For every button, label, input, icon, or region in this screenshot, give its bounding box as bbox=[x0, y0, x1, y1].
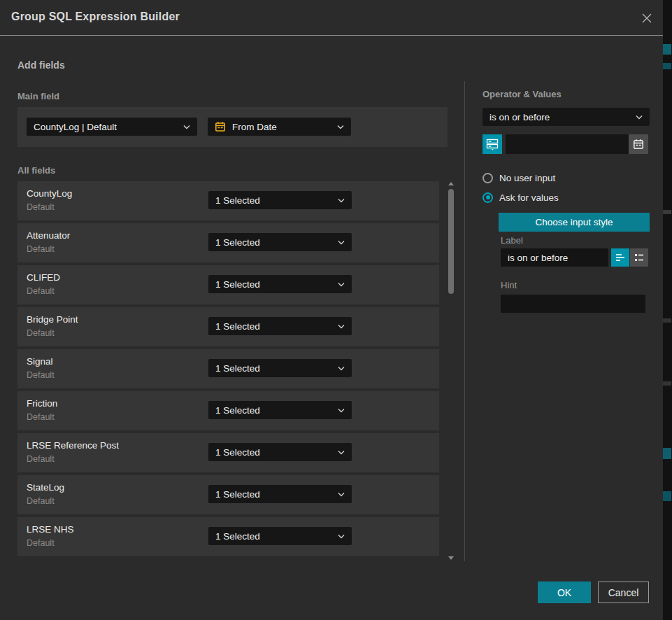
field-selection-dropdown[interactable]: 1 Selected bbox=[208, 401, 352, 419]
main-field-heading: Main field bbox=[17, 91, 59, 101]
fields-list-scrollbar[interactable] bbox=[448, 181, 455, 561]
field-selection-value: 1 Selected bbox=[215, 489, 260, 500]
panel-divider bbox=[464, 81, 465, 561]
radio-selected-icon bbox=[482, 192, 493, 203]
unique-values-button[interactable] bbox=[482, 134, 502, 154]
field-default-label: Default bbox=[27, 496, 55, 506]
main-date-field-dropdown[interactable]: From Date bbox=[208, 118, 351, 136]
field-selection-value: 1 Selected bbox=[215, 195, 260, 206]
field-name: CountyLog bbox=[27, 188, 72, 199]
calendar-icon bbox=[215, 121, 226, 132]
dialog-header: Group SQL Expression Builder bbox=[0, 0, 663, 36]
field-selection-dropdown[interactable]: 1 Selected bbox=[208, 359, 352, 377]
field-row: SignalDefault1 Selected bbox=[17, 349, 439, 388]
field-row: CountyLogDefault1 Selected bbox=[17, 181, 439, 220]
add-fields-heading: Add fields bbox=[17, 59, 65, 71]
chevron-down-icon bbox=[338, 492, 345, 497]
field-selection-value: 1 Selected bbox=[215, 237, 260, 248]
chevron-down-icon bbox=[338, 450, 345, 455]
field-default-label: Default bbox=[27, 328, 55, 338]
all-fields-list: CountyLogDefault1 SelectedAttenuatorDefa… bbox=[17, 181, 439, 559]
field-selection-dropdown[interactable]: 1 Selected bbox=[208, 275, 352, 293]
field-row: CLIFEDDefault1 Selected bbox=[17, 265, 439, 304]
strip-marker bbox=[663, 318, 671, 323]
scroll-up-arrow-icon[interactable] bbox=[448, 182, 454, 185]
hint-caption: Hint bbox=[501, 280, 517, 290]
field-default-label: Default bbox=[27, 244, 55, 254]
field-row: LRSE NHSDefault1 Selected bbox=[17, 517, 439, 556]
field-row: AttenuatorDefault1 Selected bbox=[17, 223, 439, 262]
strip-marker bbox=[663, 491, 671, 501]
main-date-field-value: From Date bbox=[232, 122, 277, 132]
field-row: Bridge PointDefault1 Selected bbox=[17, 307, 439, 346]
field-selection-dropdown[interactable]: 1 Selected bbox=[208, 443, 352, 461]
field-selection-value: 1 Selected bbox=[215, 363, 260, 374]
all-fields-heading: All fields bbox=[17, 165, 55, 176]
strip-marker bbox=[663, 44, 671, 55]
main-layer-dropdown-value: CountyLog | Default bbox=[34, 122, 117, 132]
cancel-button[interactable]: Cancel bbox=[598, 582, 649, 603]
field-default-label: Default bbox=[27, 538, 55, 548]
strip-marker bbox=[663, 448, 671, 459]
radio-no-user-input[interactable]: No user input bbox=[482, 171, 555, 184]
field-selection-dropdown[interactable]: 1 Selected bbox=[208, 317, 352, 335]
scroll-down-arrow-icon[interactable] bbox=[448, 556, 454, 560]
chevron-down-icon bbox=[338, 366, 345, 371]
close-icon[interactable] bbox=[639, 10, 655, 26]
radio-ask-for-values[interactable]: Ask for values bbox=[482, 191, 559, 204]
group-sql-expression-builder-dialog: Group SQL Expression Builder Add fields … bbox=[0, 0, 663, 620]
operator-values-heading: Operator & Values bbox=[482, 89, 562, 99]
label-caption: Label bbox=[501, 235, 523, 246]
chevron-down-icon bbox=[338, 198, 345, 203]
main-layer-dropdown[interactable]: CountyLog | Default bbox=[27, 118, 197, 136]
field-selection-dropdown[interactable]: 1 Selected bbox=[208, 233, 352, 251]
strip-marker bbox=[663, 210, 671, 214]
field-row: LRSE Reference PostDefault1 Selected bbox=[17, 433, 439, 472]
list-style-icon[interactable] bbox=[630, 248, 648, 267]
field-name: Bridge Point bbox=[27, 314, 78, 325]
field-selection-value: 1 Selected bbox=[215, 447, 260, 458]
field-selection-value: 1 Selected bbox=[215, 405, 260, 416]
field-name: LRSE NHS bbox=[27, 524, 74, 535]
chevron-down-icon bbox=[338, 240, 345, 245]
dialog-title: Group SQL Expression Builder bbox=[11, 10, 180, 23]
field-name: Attenuator bbox=[27, 230, 70, 241]
field-default-label: Default bbox=[27, 286, 55, 296]
page: Group SQL Expression Builder Add fields … bbox=[0, 0, 672, 620]
field-selection-dropdown[interactable]: 1 Selected bbox=[208, 485, 352, 503]
ok-button[interactable]: OK bbox=[538, 582, 591, 603]
date-picker-button[interactable] bbox=[629, 134, 648, 154]
field-name: Signal bbox=[27, 356, 53, 367]
background-app-strip bbox=[662, 0, 672, 620]
chevron-down-icon bbox=[338, 282, 345, 287]
text-style-align-left-icon[interactable] bbox=[611, 248, 629, 267]
field-row: StateLogDefault1 Selected bbox=[17, 475, 439, 514]
chevron-down-icon bbox=[338, 408, 345, 413]
radio-ask-for-values-label: Ask for values bbox=[499, 192, 559, 203]
field-name: CLIFED bbox=[27, 272, 60, 283]
operator-dropdown[interactable]: is on or before bbox=[482, 108, 650, 126]
value-input[interactable] bbox=[506, 134, 629, 154]
radio-no-user-input-label: No user input bbox=[499, 173, 555, 183]
chevron-down-icon bbox=[636, 115, 643, 120]
field-selection-value: 1 Selected bbox=[215, 531, 260, 542]
label-input[interactable] bbox=[501, 248, 608, 267]
field-selection-dropdown[interactable]: 1 Selected bbox=[208, 191, 352, 209]
field-selection-value: 1 Selected bbox=[215, 321, 260, 332]
field-selection-dropdown[interactable]: 1 Selected bbox=[208, 527, 352, 545]
chevron-down-icon bbox=[338, 324, 345, 329]
hint-input[interactable] bbox=[501, 295, 645, 313]
operator-dropdown-value: is on or before bbox=[489, 112, 550, 122]
scrollbar-thumb[interactable] bbox=[448, 189, 454, 294]
field-default-label: Default bbox=[27, 370, 55, 380]
field-row: FrictionDefault1 Selected bbox=[17, 391, 439, 430]
field-default-label: Default bbox=[27, 202, 55, 212]
field-selection-value: 1 Selected bbox=[215, 279, 260, 290]
chevron-down-icon bbox=[337, 125, 344, 129]
choose-input-style-button[interactable]: Choose input style bbox=[499, 213, 650, 232]
field-name: StateLog bbox=[27, 482, 64, 493]
main-field-panel: CountyLog | Default From Date bbox=[17, 107, 448, 147]
strip-marker bbox=[663, 63, 671, 69]
field-default-label: Default bbox=[27, 412, 55, 422]
field-name: Friction bbox=[27, 398, 57, 409]
